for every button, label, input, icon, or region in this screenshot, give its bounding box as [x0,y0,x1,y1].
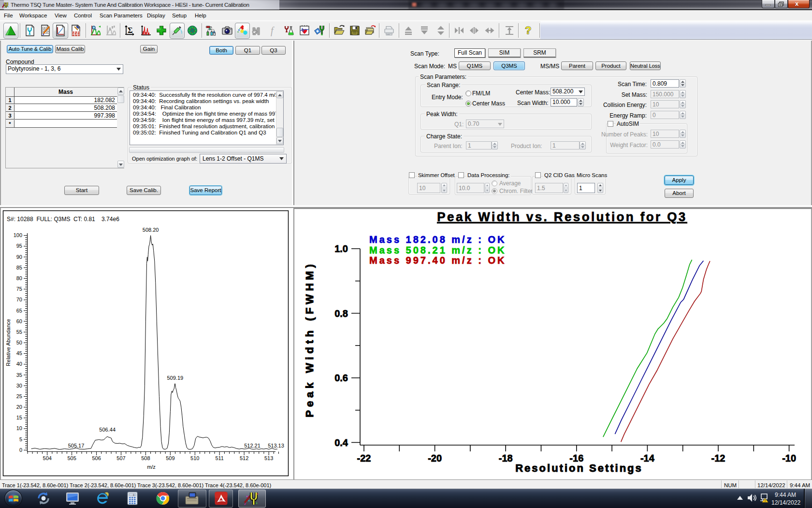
svg-text:513.13: 513.13 [268,443,284,448]
svg-text:508.20: 508.20 [143,227,159,233]
svg-text:510: 510 [190,455,199,461]
svg-text:-20: -20 [428,453,442,463]
svg-text:0: 0 [133,493,134,496]
svg-text:513: 513 [264,455,273,461]
svg-text:80: 80 [16,275,22,281]
svg-text:0.4: 0.4 [334,437,348,448]
svg-text:50: 50 [16,340,22,345]
svg-text:Mass 997.40 m/z : OK: Mass 997.40 m/z : OK [369,255,506,266]
svg-text:-18: -18 [499,453,513,463]
svg-text:45: 45 [16,350,22,356]
svg-text:20: 20 [16,404,22,410]
svg-text:Peak Width vs. Resolution for: Peak Width vs. Resolution for Q3 [437,209,687,224]
svg-text:506: 506 [92,455,101,461]
svg-text:60: 60 [16,318,22,324]
svg-text:0.6: 0.6 [334,373,348,383]
svg-text:504: 504 [43,455,52,461]
svg-text:507: 507 [116,455,125,461]
svg-text:30: 30 [16,383,22,388]
svg-text:0.8: 0.8 [334,308,348,319]
svg-text:505: 505 [67,455,76,461]
svg-text:Resolution Settings: Resolution Settings [515,462,643,474]
svg-text:S#: 10288 FULL: Q3MS CT: 0.8: S#: 10288 FULL: Q3MS CT: 0.81 3.74e6 [7,216,119,223]
svg-text:75: 75 [16,286,22,292]
svg-text:512.21: 512.21 [244,443,261,448]
svg-text:1.0: 1.0 [334,243,348,254]
svg-text:Peak Width (FWHM): Peak Width (FWHM) [304,261,316,417]
svg-text:509.19: 509.19 [167,375,183,381]
svg-text:95: 95 [16,243,22,249]
svg-text:-12: -12 [711,453,725,463]
svg-text:25: 25 [16,393,22,399]
svg-text:f: f [271,25,275,36]
svg-text:40: 40 [16,361,22,367]
svg-text:m/z: m/z [147,464,156,470]
svg-text:Mass 508.21 m/z : OK: Mass 508.21 m/z : OK [369,245,506,255]
svg-text:505.17: 505.17 [68,443,85,448]
svg-text:Mass 182.08 m/z : OK: Mass 182.08 m/z : OK [369,234,506,245]
svg-text:!: ! [765,499,766,502]
svg-text:15: 15 [16,415,22,420]
svg-text:508: 508 [141,455,150,461]
svg-text:512: 512 [240,455,248,461]
svg-text:506.44: 506.44 [99,427,116,433]
svg-text:5: 5 [19,436,22,442]
svg-text:90: 90 [16,254,22,260]
svg-text:-22: -22 [357,453,371,463]
svg-text:35: 35 [16,372,22,378]
svg-text:10: 10 [16,425,22,431]
svg-text:Relative Abundance: Relative Abundance [5,319,11,366]
svg-text:100: 100 [14,232,22,238]
svg-text:509: 509 [166,455,174,461]
svg-text:Σ: Σ [128,26,132,34]
svg-text:70: 70 [16,297,22,302]
svg-text:-10: -10 [782,453,796,463]
svg-text:0: 0 [19,447,22,453]
svg-text:?: ? [525,24,531,36]
svg-text:511: 511 [215,455,224,461]
svg-text:85: 85 [16,265,22,270]
svg-text:65: 65 [16,308,22,314]
svg-text:55: 55 [16,329,22,335]
